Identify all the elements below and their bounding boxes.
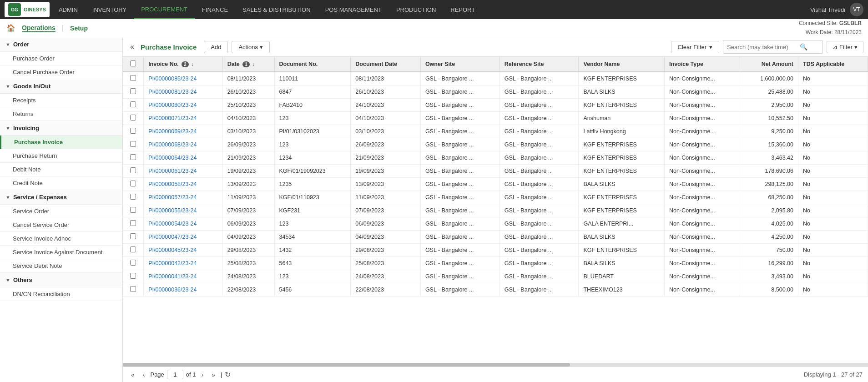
- nav-production[interactable]: PRODUCTION: [389, 0, 443, 19]
- sidebar-section-invoicing[interactable]: ▼ Invoicing: [0, 121, 122, 136]
- row-checkbox[interactable]: [130, 246, 136, 252]
- row-checkbox[interactable]: [130, 194, 136, 200]
- th-reference-site[interactable]: Reference Site: [500, 57, 579, 72]
- row-checkbox[interactable]: [130, 141, 136, 147]
- row-checkbox[interactable]: [130, 260, 136, 266]
- row-checkbox-cell: [123, 99, 144, 112]
- sidebar-item-receipts[interactable]: Receipts: [0, 94, 122, 107]
- nav-finance[interactable]: FINANCE: [195, 0, 235, 19]
- row-checkbox[interactable]: [130, 273, 136, 279]
- page-number-input[interactable]: [167, 370, 183, 379]
- row-invoice-no[interactable]: PI/00000042/23-24: [144, 257, 223, 270]
- row-checkbox[interactable]: [130, 101, 136, 107]
- row-checkbox[interactable]: [130, 115, 136, 121]
- row-invoice-no[interactable]: PI/00000081/23-24: [144, 85, 223, 99]
- row-tds-applicable: No: [798, 138, 868, 151]
- row-reference-site: GSL - Bangalore ...: [500, 244, 579, 257]
- sidebar-item-cancel-purchase-order[interactable]: Cancel Purchase Order: [0, 65, 122, 79]
- collapse-sidebar-button[interactable]: «: [127, 42, 137, 52]
- nav-pos[interactable]: POS MANAGEMENT: [318, 0, 389, 19]
- sidebar-item-credit-note[interactable]: Credit Note: [0, 176, 122, 190]
- sidebar-section-others[interactable]: ▼ Others: [0, 273, 122, 287]
- row-checkbox[interactable]: [130, 181, 136, 186]
- add-button[interactable]: Add: [204, 41, 228, 53]
- th-invoice-type[interactable]: Invoice Type: [665, 57, 740, 72]
- row-invoice-no[interactable]: PI/00000085/23-24: [144, 72, 223, 85]
- setup-link[interactable]: Setup: [70, 25, 88, 32]
- row-invoice-no[interactable]: PI/00000061/23-24: [144, 165, 223, 178]
- nav-inventory[interactable]: INVENTORY: [85, 0, 134, 19]
- row-net-amount: 4,250.00: [740, 231, 798, 244]
- row-reference-site: GSL - Bangalore ...: [500, 165, 579, 178]
- nav-admin[interactable]: ADMIN: [51, 0, 85, 19]
- th-document-no[interactable]: Document No.: [274, 57, 351, 72]
- nav-report[interactable]: REPORT: [443, 0, 482, 19]
- row-checkbox[interactable]: [130, 167, 136, 173]
- row-invoice-no[interactable]: PI/00000041/23-24: [144, 270, 223, 283]
- sidebar-item-cancel-service-order[interactable]: Cancel Service Order: [0, 218, 122, 232]
- th-tds-applicable[interactable]: TDS Applicable: [798, 57, 868, 72]
- row-checkbox[interactable]: [130, 207, 136, 213]
- row-checkbox[interactable]: [130, 88, 136, 94]
- prev-page-button[interactable]: ‹: [140, 370, 148, 379]
- row-invoice-no[interactable]: PI/00000057/23-24: [144, 191, 223, 204]
- last-page-button[interactable]: »: [209, 370, 218, 379]
- row-checkbox[interactable]: [130, 233, 136, 239]
- nav-sales[interactable]: SALES & DISTRIBUTION: [235, 0, 318, 19]
- sidebar-item-service-invoice-adhoc[interactable]: Service Invoice Adhoc: [0, 232, 122, 246]
- row-invoice-no[interactable]: PI/00000068/23-24: [144, 138, 223, 151]
- th-net-amount[interactable]: Net Amount: [740, 57, 798, 72]
- first-page-button[interactable]: «: [128, 370, 137, 379]
- row-invoice-no[interactable]: PI/00000047/23-24: [144, 231, 223, 244]
- sidebar-item-returns[interactable]: Returns: [0, 107, 122, 121]
- user-avatar[interactable]: VT: [850, 3, 863, 16]
- row-invoice-no[interactable]: PI/00000045/23-24: [144, 244, 223, 257]
- sidebar-item-dn-cn-reconciliation[interactable]: DN/CN Reconciliation: [0, 287, 122, 301]
- row-invoice-no[interactable]: PI/00000055/23-24: [144, 204, 223, 217]
- row-owner-site: GSL - Bangalore ...: [420, 112, 500, 125]
- filter-button[interactable]: ⊿ Filter ▾: [827, 41, 863, 53]
- sidebar-section-goods[interactable]: ▼ Goods In/Out: [0, 79, 122, 94]
- sidebar-item-service-debit-note[interactable]: Service Debit Note: [0, 259, 122, 273]
- sidebar-section-service[interactable]: ▼ Service / Expenses: [0, 190, 122, 205]
- row-checkbox-cell: [123, 257, 144, 270]
- nav-procurement[interactable]: PROCUREMENT: [134, 0, 195, 19]
- row-checkbox[interactable]: [130, 286, 136, 292]
- row-invoice-no[interactable]: PI/00000058/23-24: [144, 178, 223, 191]
- row-invoice-no[interactable]: PI/00000054/23-24: [144, 217, 223, 231]
- sidebar-item-service-invoice-against-doc[interactable]: Service Invoice Against Document: [0, 246, 122, 259]
- table-row: PI/00000054/23-24 06/09/2023 123 06/09/2…: [123, 217, 868, 231]
- operations-link[interactable]: Operations: [22, 24, 56, 32]
- next-page-button[interactable]: ›: [199, 370, 207, 379]
- sidebar-section-order[interactable]: ▼ Order: [0, 37, 122, 52]
- row-invoice-no[interactable]: PI/00000036/23-24: [144, 283, 223, 297]
- row-invoice-no[interactable]: PI/00000080/23-24: [144, 99, 223, 112]
- row-checkbox[interactable]: [130, 154, 136, 160]
- th-document-date[interactable]: Document Date: [351, 57, 421, 72]
- th-vendor-name[interactable]: Vendor Name: [579, 57, 665, 72]
- search-input[interactable]: [727, 44, 800, 50]
- actions-button[interactable]: Actions ▾: [232, 41, 270, 53]
- row-checkbox[interactable]: [130, 75, 136, 81]
- home-icon[interactable]: 🏠: [6, 24, 15, 32]
- clear-filter-button[interactable]: Clear Filter ▾: [671, 41, 720, 53]
- row-invoice-no[interactable]: PI/00000064/23-24: [144, 151, 223, 165]
- page-separator: |: [221, 371, 222, 378]
- sidebar-item-purchase-invoice[interactable]: Purchase Invoice: [0, 136, 122, 149]
- sidebar-item-service-order[interactable]: Service Order: [0, 205, 122, 218]
- sidebar-item-debit-note[interactable]: Debit Note: [0, 163, 122, 176]
- th-invoice-no[interactable]: Invoice No. 2 ↓: [144, 57, 223, 72]
- sidebar-item-purchase-order[interactable]: Purchase Order: [0, 52, 122, 65]
- row-checkbox[interactable]: [130, 128, 136, 134]
- refresh-button[interactable]: ↻: [225, 370, 231, 379]
- sidebar-item-purchase-return[interactable]: Purchase Return: [0, 149, 122, 163]
- row-invoice-no[interactable]: PI/00000071/23-24: [144, 112, 223, 125]
- th-date[interactable]: Date 1 ↓: [222, 57, 274, 72]
- row-document-no: 5643: [274, 257, 351, 270]
- th-owner-site[interactable]: Owner Site: [420, 57, 500, 72]
- row-invoice-no[interactable]: PI/00000069/23-24: [144, 125, 223, 138]
- row-checkbox[interactable]: [130, 220, 136, 226]
- select-all-checkbox[interactable]: [130, 60, 136, 66]
- row-invoice-type: Non-Consignme...: [665, 165, 740, 178]
- horizontal-scrollbar[interactable]: [123, 363, 868, 367]
